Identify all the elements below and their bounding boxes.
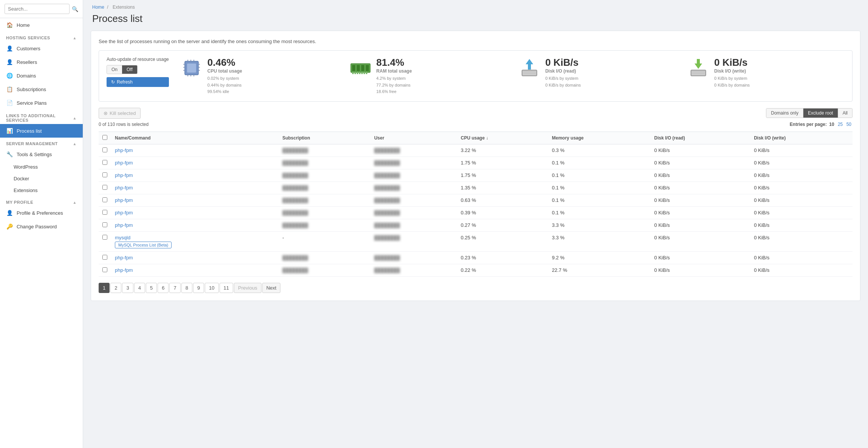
row-name-0: php-fpm (111, 144, 279, 157)
page-3-button[interactable]: 3 (122, 283, 133, 293)
row-mem-0: 0.3 % (548, 144, 651, 157)
entries-25[interactable]: 25 (838, 122, 843, 127)
row-checkbox[interactable] (102, 185, 107, 190)
sidebar-item-home[interactable]: 🏠 Home (0, 18, 83, 32)
page-4-button[interactable]: 4 (134, 283, 145, 293)
row-user-3: ████████ (370, 181, 457, 194)
entries-50[interactable]: 50 (846, 122, 851, 127)
sidebar-item-service-plans[interactable]: 📄 Service Plans (0, 96, 83, 110)
section-profile-label: MY PROFILE (6, 200, 33, 205)
row-checkbox[interactable] (102, 197, 107, 202)
search-input[interactable] (5, 4, 70, 14)
select-all-checkbox[interactable] (102, 135, 107, 140)
page-9-button[interactable]: 9 (193, 283, 204, 293)
row-disk-read-3: 0 KiB/s (650, 181, 750, 194)
refresh-button[interactable]: ↻ Refresh (107, 77, 169, 87)
page-description: See the list of processes running on the… (99, 39, 853, 44)
col-disk-write: Disk I/O (write) (750, 132, 853, 144)
table-row: php-fpm ████████ ████████ 1.75 % 0.1 % 0… (99, 157, 853, 169)
row-user-9: ████████ (370, 264, 457, 276)
sidebar-item-tools[interactable]: 🔧 Tools & Settings (0, 147, 83, 161)
toggle-off-button[interactable]: Off (122, 65, 137, 74)
page-10-button[interactable]: 10 (205, 283, 218, 293)
password-label: Change Password (17, 224, 57, 229)
disk-write-stat-details: 0 KiB/s Disk I/O (write) 0 KiB/s by syst… (714, 57, 750, 88)
row-checkbox-5 (99, 206, 111, 219)
row-checkbox[interactable] (102, 210, 107, 215)
filter-all[interactable]: All (838, 109, 852, 118)
row-checkbox[interactable] (102, 172, 107, 177)
row-checkbox[interactable] (102, 160, 107, 165)
row-checkbox-2 (99, 169, 111, 181)
process-table: Name/Command Subscription User CPU usage… (99, 132, 853, 277)
sidebar-item-docker[interactable]: Docker (0, 173, 83, 184)
sidebar-item-password[interactable]: 🔑 Change Password (0, 220, 83, 233)
search-icon: 🔍 (72, 6, 78, 12)
mysql-badge[interactable]: MySQL Process List (Beta) (115, 242, 172, 248)
row-checkbox[interactable] (102, 222, 107, 227)
row-name-5: php-fpm (111, 206, 279, 219)
disk-read-icon (518, 57, 541, 79)
row-checkbox[interactable] (102, 235, 107, 240)
row-mem-6: 3.3 % (548, 219, 651, 231)
sidebar-item-process-list[interactable]: 📊 Process list (0, 124, 83, 138)
row-checkbox[interactable] (102, 147, 107, 152)
kill-selected-button[interactable]: ⊗ Kill selected (99, 108, 141, 119)
sidebar-home-label: Home (17, 22, 30, 28)
sidebar-item-preferences[interactable]: 👤 Profile & Preferences (0, 206, 83, 220)
row-subscription-3: ████████ (279, 181, 370, 194)
row-subscription-1: ████████ (279, 157, 370, 169)
extensions-label: Extensions (14, 188, 38, 193)
main-content: Home / Extensions Process list See the l… (83, 0, 868, 448)
breadcrumb-home[interactable]: Home (92, 5, 104, 10)
row-name-4: php-fpm (111, 194, 279, 206)
kill-icon: ⊗ (104, 110, 108, 116)
filter-exclude-root[interactable]: Exclude root (803, 109, 838, 118)
row-user-6: ████████ (370, 219, 457, 231)
domains-icon: 🌐 (6, 73, 13, 79)
next-page-button[interactable]: Next (262, 283, 281, 293)
page-6-button[interactable]: 6 (158, 283, 169, 293)
section-hosting[interactable]: HOSTING SERVICES ▲ (0, 32, 83, 42)
page-title: Process list (83, 11, 868, 31)
sidebar-item-wordpress[interactable]: WordPress (0, 161, 83, 173)
row-mem-9: 22.7 % (548, 264, 651, 276)
page-8-button[interactable]: 8 (181, 283, 192, 293)
row-subscription-8: ████████ (279, 251, 370, 264)
page-2-button[interactable]: 2 (110, 283, 121, 293)
row-user-5: ████████ (370, 206, 457, 219)
page-5-button[interactable]: 5 (146, 283, 157, 293)
row-checkbox[interactable] (102, 255, 107, 260)
page-1-button[interactable]: 1 (99, 283, 110, 293)
wordpress-label: WordPress (14, 164, 38, 170)
prev-page-button[interactable]: Previous (234, 283, 261, 293)
tools-icon: 🔧 (6, 151, 13, 157)
sidebar-item-customers[interactable]: 👤 Customers (0, 42, 83, 55)
cpu-stat-block: 0.46% CPU total usage 0.02% by system 0.… (180, 57, 338, 95)
page-11-button[interactable]: 11 (220, 283, 233, 293)
row-cpu-8: 0.23 % (457, 251, 548, 264)
section-profile[interactable]: MY PROFILE ▲ (0, 196, 83, 206)
sidebar-item-extensions[interactable]: Extensions (0, 184, 83, 196)
table-row: php-fpm ████████ ████████ 0.23 % 9.2 % 0… (99, 251, 853, 264)
sidebar-item-subscriptions[interactable]: 📋 Subscriptions (0, 82, 83, 96)
domains-label: Domains (17, 73, 36, 79)
section-server[interactable]: SERVER MANAGEMENT ▲ (0, 138, 83, 147)
disk-read-label: Disk I/O (read) (545, 68, 581, 74)
row-disk-read-5: 0 KiB/s (650, 206, 750, 219)
section-links[interactable]: LINKS TO ADDITIONAL SERVICES ▲ (0, 110, 83, 124)
toggle-on-button[interactable]: On (107, 65, 122, 74)
row-name-1: php-fpm (111, 157, 279, 169)
section-hosting-label: HOSTING SERVICES (6, 36, 50, 40)
sidebar-item-domains[interactable]: 🌐 Domains (0, 69, 83, 82)
sidebar-item-resellers[interactable]: 👤 Resellers (0, 55, 83, 69)
col-disk-read: Disk I/O (read) (650, 132, 750, 144)
col-cpu[interactable]: CPU usage ↓ (457, 132, 548, 144)
customers-icon: 👤 (6, 45, 13, 51)
service-plans-label: Service Plans (17, 100, 46, 106)
row-name-7: mysqld MySQL Process List (Beta) (111, 231, 279, 251)
row-disk-read-2: 0 KiB/s (650, 169, 750, 181)
page-7-button[interactable]: 7 (169, 283, 180, 293)
row-checkbox[interactable] (102, 267, 107, 272)
filter-domains-only[interactable]: Domains only (766, 109, 803, 118)
